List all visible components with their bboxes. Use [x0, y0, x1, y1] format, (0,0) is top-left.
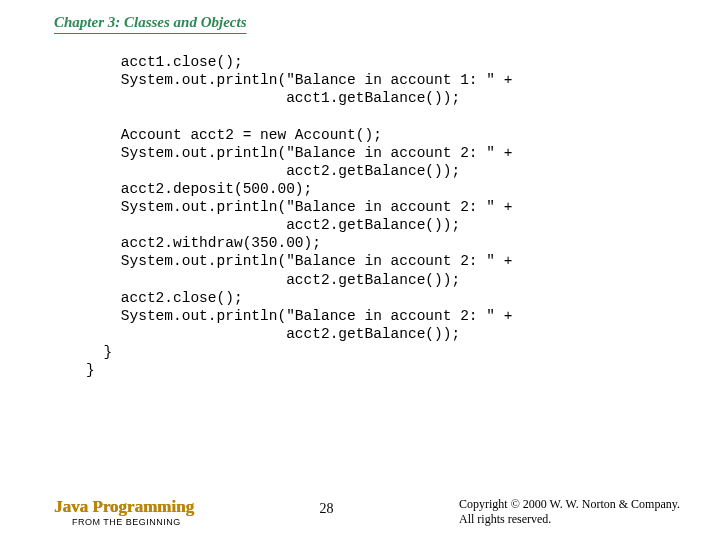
book-title: Java Programming: [54, 497, 194, 517]
footer-left: Java Programming FROM THE BEGINNING: [54, 497, 194, 527]
book-subtitle: FROM THE BEGINNING: [54, 517, 194, 527]
page-number: 28: [319, 497, 333, 517]
chapter-title: Chapter 3: Classes and Objects: [0, 0, 720, 31]
footer: Java Programming FROM THE BEGINNING 28 C…: [0, 497, 720, 528]
copyright-line2: All rights reserved.: [459, 512, 680, 528]
code-block: acct1.close(); System.out.println("Balan…: [0, 31, 720, 379]
copyright-line1: Copyright © 2000 W. W. Norton & Company.: [459, 497, 680, 513]
copyright: Copyright © 2000 W. W. Norton & Company.…: [459, 497, 680, 528]
